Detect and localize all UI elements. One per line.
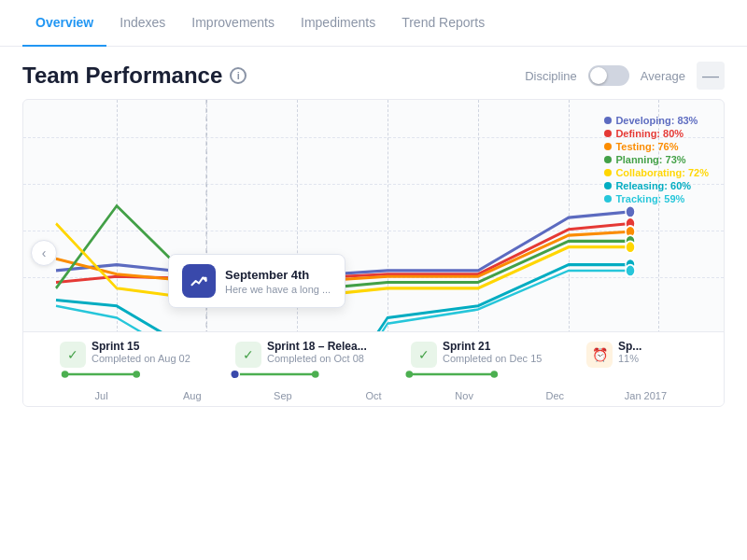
legend-label-testing: Testing: 76% xyxy=(615,141,678,152)
xaxis-label-aug: Aug xyxy=(147,390,237,406)
legend-dot-defining xyxy=(604,130,612,137)
legend-label-developing: Developing: 83% xyxy=(615,115,698,126)
minus-button[interactable]: — xyxy=(697,62,725,90)
xaxis-label-dec: Dec xyxy=(510,390,600,406)
sprint-icon-15: ✓ xyxy=(60,342,86,368)
legend-releasing: Releasing: 60% xyxy=(604,180,709,191)
sprint-text-21: Sprint 21 Completed on Dec 15 xyxy=(443,340,542,364)
svg-point-18 xyxy=(490,371,498,378)
tab-impediments[interactable]: Impediments xyxy=(288,0,388,47)
legend-label-releasing: Releasing: 60% xyxy=(615,180,691,191)
sprint-name-partial: Sp... xyxy=(618,340,641,353)
sprint-card-21[interactable]: ✓ Sprint 21 Completed on Dec 15 xyxy=(407,340,583,368)
sprint-card-18[interactable]: ✓ Sprint 18 – Relea... Completed on Oct … xyxy=(232,340,407,368)
sprint-date-18: Completed on Oct 08 xyxy=(267,353,367,364)
tab-overview[interactable]: Overview xyxy=(22,0,106,47)
legend-developing: Developing: 83% xyxy=(604,115,709,126)
tooltip-date: September 4th xyxy=(225,268,331,282)
svg-point-17 xyxy=(405,371,413,378)
header-right: Discipline Average — xyxy=(525,62,725,90)
sprint-name-15: Sprint 15 xyxy=(92,340,190,353)
legend-dot-collaborating xyxy=(604,169,612,176)
legend-dot-tracking xyxy=(604,195,612,203)
average-label: Average xyxy=(641,69,685,83)
xaxis-label-jan: Jan 2017 xyxy=(600,390,691,406)
legend-label-collaborating: Collaborating: 72% xyxy=(615,167,709,178)
sprint-text-18: Sprint 18 – Relea... Completed on Oct 08 xyxy=(267,340,367,364)
chart-nav-left[interactable]: ‹ xyxy=(31,240,57,266)
svg-point-14 xyxy=(312,371,319,378)
sprint-icon-partial: ⏰ xyxy=(586,342,613,368)
legend-label-tracking: Tracking: 59% xyxy=(615,193,684,204)
page-title: Team Performance xyxy=(22,63,222,89)
svg-point-11 xyxy=(133,371,140,378)
svg-point-2 xyxy=(626,206,635,218)
legend-label-defining: Defining: 80% xyxy=(615,128,684,139)
chart-tooltip: September 4th Here we have a long ... xyxy=(168,254,345,308)
chart-legend: Developing: 83% Defining: 80% Testing: 7… xyxy=(604,115,709,204)
legend-planning: Planning: 73% xyxy=(604,154,709,165)
header-left: Team Performance i xyxy=(22,63,247,89)
legend-label-planning: Planning: 73% xyxy=(615,154,685,165)
tooltip-icon-wrapper xyxy=(182,264,216,298)
sprint-card-partial[interactable]: ⏰ Sp... 11% xyxy=(583,340,691,368)
tooltip-content: September 4th Here we have a long ... xyxy=(225,268,331,295)
chart-container: ‹ Developing: 83% Defining: 80% Testing:… xyxy=(22,99,725,407)
xaxis-label-jul: Jul xyxy=(56,390,147,406)
tooltip-description: Here we have a long ... xyxy=(225,284,331,295)
sprint-progress-svg xyxy=(56,368,691,381)
legend-testing: Testing: 76% xyxy=(604,141,709,152)
tab-improvements[interactable]: Improvements xyxy=(178,0,288,47)
svg-point-6 xyxy=(626,241,635,253)
discipline-toggle[interactable] xyxy=(588,65,629,86)
svg-point-10 xyxy=(62,371,69,378)
xaxis-label-nov: Nov xyxy=(419,390,510,406)
legend-tracking: Tracking: 59% xyxy=(604,193,709,204)
svg-point-8 xyxy=(626,265,635,277)
discipline-label: Discipline xyxy=(525,69,577,83)
legend-collaborating: Collaborating: 72% xyxy=(604,167,709,178)
xaxis-label-oct: Oct xyxy=(328,390,418,406)
xaxis-label-sep: Sep xyxy=(237,390,328,406)
legend-dot-releasing xyxy=(604,182,612,189)
sprint-name-21: Sprint 21 xyxy=(443,340,542,353)
sprint-date-15: Completed on Aug 02 xyxy=(92,353,190,364)
sprint-date-21: Completed on Dec 15 xyxy=(443,353,542,364)
sprint-text-15: Sprint 15 Completed on Aug 02 xyxy=(92,340,190,364)
legend-defining: Defining: 80% xyxy=(604,128,709,139)
sprint-text-partial: Sp... 11% xyxy=(618,340,641,364)
tab-trend-reports[interactable]: Trend Reports xyxy=(388,0,498,47)
sprint-icon-21: ✓ xyxy=(411,342,437,368)
legend-dot-testing xyxy=(604,143,612,150)
tab-indexes[interactable]: Indexes xyxy=(106,0,178,47)
timeline-bar: ✓ Sprint 15 Completed on Aug 02 ✓ Sprint… xyxy=(23,331,724,406)
page-header: Team Performance i Discipline Average — xyxy=(0,47,747,99)
sprint-date-partial: 11% xyxy=(618,353,641,364)
sprint-icon-18: ✓ xyxy=(235,342,261,368)
sprint-card-15[interactable]: ✓ Sprint 15 Completed on Aug 02 xyxy=(56,340,232,368)
svg-point-15 xyxy=(231,370,240,379)
legend-dot-developing xyxy=(604,117,612,124)
legend-dot-planning xyxy=(604,156,612,163)
sprint-name-18: Sprint 18 – Relea... xyxy=(267,340,367,353)
sprint-cards-row: ✓ Sprint 15 Completed on Aug 02 ✓ Sprint… xyxy=(23,332,724,368)
info-icon[interactable]: i xyxy=(230,67,247,84)
xaxis-labels: Jul Aug Sep Oct Nov Dec Jan 2017 xyxy=(23,390,724,406)
trend-icon xyxy=(190,272,208,290)
nav-bar: Overview Indexes Improvements Impediment… xyxy=(0,0,747,47)
toggle-knob xyxy=(590,67,607,84)
